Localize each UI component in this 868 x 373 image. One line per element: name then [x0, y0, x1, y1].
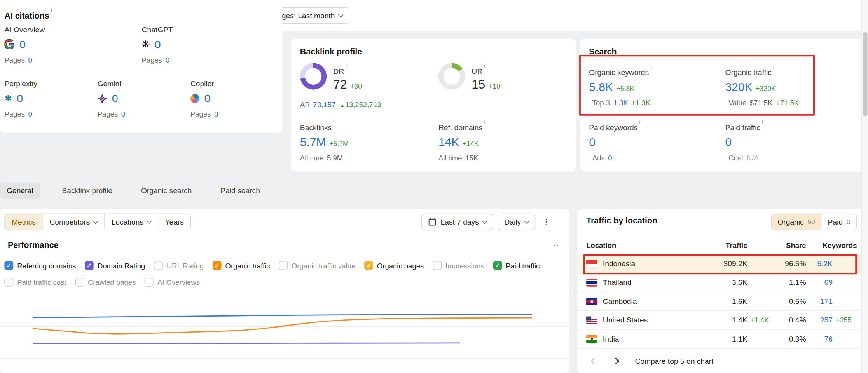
- prev-page-chevron-icon[interactable]: [591, 357, 598, 364]
- paid-keywords-value-link[interactable]: 0: [589, 135, 596, 148]
- ur-label: UR: [472, 63, 500, 75]
- performance-title: Performance: [8, 240, 59, 249]
- ar-value-link[interactable]: 73,157: [313, 101, 336, 109]
- keywords-link[interactable]: 76: [806, 335, 833, 343]
- info-icon[interactable]: [482, 65, 485, 72]
- traffic-by-location-title: Traffic by location: [586, 216, 657, 225]
- pages-label: Pages: [190, 110, 211, 118]
- traffic-value: 1.4K: [704, 316, 747, 324]
- performance-chart[interactable]: [0, 292, 569, 373]
- pages-count-link[interactable]: 0: [28, 110, 32, 118]
- alltime-label: All time: [438, 153, 462, 162]
- checkbox-organic-traffic-value[interactable]: Organic traffic value: [279, 261, 355, 270]
- section-tabs: General Backlink profile Organic search …: [0, 183, 267, 199]
- perplexity-count[interactable]: 0: [17, 92, 23, 105]
- performance-section-header: Performance: [8, 240, 558, 249]
- granularity-dropdown[interactable]: Daily: [498, 214, 535, 230]
- organic-traffic-value-link[interactable]: 320K: [725, 80, 753, 93]
- organic-paid-toggle: Organic 90 Paid 0: [771, 214, 857, 230]
- keywords-link[interactable]: 171: [806, 297, 833, 305]
- info-icon[interactable]: [772, 66, 774, 73]
- backlinks-value-link[interactable]: 5.7M: [300, 135, 326, 148]
- traffic-value: 309.2K: [704, 260, 747, 268]
- column-keywords: Keywords: [806, 241, 857, 249]
- value-label: Value: [728, 98, 746, 106]
- paid-keywords-label: Paid keywords: [589, 120, 720, 132]
- info-icon[interactable]: [649, 66, 651, 73]
- competitors-segment[interactable]: Competitors: [43, 214, 105, 230]
- pages-count-link[interactable]: 0: [214, 110, 218, 118]
- ref-domains-value-link[interactable]: 14K: [438, 135, 459, 148]
- organic-keywords-value-link[interactable]: 5.8K: [589, 80, 613, 93]
- info-icon[interactable]: [344, 65, 347, 72]
- table-row-united-states: United States 1.4K +1.4K 0.4% 257 +255: [577, 311, 863, 329]
- location-name: Thailand: [603, 278, 632, 286]
- ai-overview-count[interactable]: 0: [19, 38, 26, 51]
- checkbox-organic-pages[interactable]: Organic pages: [364, 261, 424, 270]
- next-page-chevron-icon[interactable]: [612, 357, 619, 364]
- checkbox-domain-rating[interactable]: Domain Rating: [85, 261, 145, 270]
- kebab-menu-icon[interactable]: ⋮: [540, 217, 553, 227]
- paid-traffic-value-link[interactable]: 0: [725, 135, 732, 148]
- organic-toggle-chip[interactable]: Organic 90: [772, 214, 821, 230]
- dr-donut-chart: [300, 63, 327, 89]
- backlink-profile-title: Backlink profile: [300, 47, 362, 56]
- info-icon[interactable]: [760, 122, 763, 128]
- backlinks-label: Backlinks: [300, 120, 428, 132]
- pages-count-link[interactable]: 0: [121, 110, 125, 118]
- gemini-count[interactable]: 0: [112, 92, 118, 105]
- chatgpt-count[interactable]: 0: [155, 38, 161, 51]
- date-range-label: Last 7 days: [441, 218, 479, 226]
- ahrefs-rank-row: AR73,157▲13,252,713: [300, 101, 381, 109]
- cambodia-flag-icon: [586, 297, 597, 305]
- keywords-link[interactable]: 5.2K: [806, 260, 833, 268]
- years-segment[interactable]: Years: [158, 214, 190, 230]
- chart-mode-segmented-control: Metrics Competitors Locations Years: [4, 214, 191, 230]
- top3-value-link[interactable]: 1.3K: [613, 98, 628, 106]
- info-icon[interactable]: [482, 122, 485, 128]
- info-icon[interactable]: [332, 122, 334, 128]
- compare-top5-link[interactable]: Compare top 5 on chart: [635, 357, 713, 365]
- metrics-segment[interactable]: Metrics: [5, 214, 43, 230]
- traffic-value: 3.6K: [704, 278, 747, 286]
- paid-toggle-chip[interactable]: Paid 0: [821, 214, 856, 230]
- tab-general[interactable]: General: [0, 183, 40, 199]
- tab-backlink-profile[interactable]: Backlink profile: [55, 183, 119, 199]
- checkbox-impressions[interactable]: Impressions: [433, 261, 484, 270]
- checkbox-icon: [493, 261, 502, 270]
- tab-organic-search[interactable]: Organic search: [134, 183, 199, 199]
- date-range-dropdown[interactable]: Last 7 days: [421, 214, 493, 230]
- keywords-link[interactable]: 69: [806, 278, 833, 286]
- checkbox-ai-overviews[interactable]: AI Overviews: [145, 278, 200, 287]
- copilot-count[interactable]: 0: [204, 92, 210, 105]
- pages-count-link[interactable]: 0: [28, 56, 32, 64]
- checkbox-referring-domains[interactable]: Referring domains: [4, 261, 76, 270]
- scrollbar-thumb[interactable]: [863, 32, 867, 116]
- collapse-chevron-icon[interactable]: [553, 243, 559, 248]
- ads-value-link[interactable]: 0: [608, 153, 612, 162]
- pages-label: Pages: [98, 110, 118, 118]
- backlink-profile-card: Backlink profile DR 72+60 AR73,157▲13,25…: [291, 39, 576, 172]
- location-name: Cambodia: [603, 297, 637, 305]
- paid-traffic-label: Paid traffic: [725, 120, 856, 132]
- checkbox-organic-traffic[interactable]: Organic traffic: [213, 261, 270, 270]
- checkbox-url-rating[interactable]: URL Rating: [154, 261, 204, 270]
- info-icon[interactable]: [637, 122, 640, 128]
- checkbox-icon: [145, 278, 154, 287]
- copilot-tile: Copilot 0 Pages0: [190, 80, 281, 119]
- checkbox-paid-traffic[interactable]: Paid traffic: [493, 261, 540, 270]
- checkbox-paid-traffic-cost[interactable]: Paid traffic cost: [4, 278, 66, 287]
- calendar-icon: [428, 218, 437, 227]
- keywords-link[interactable]: 257: [806, 316, 833, 324]
- pages-label: Pages: [4, 110, 25, 118]
- locations-segment[interactable]: Locations: [105, 214, 159, 230]
- location-name: Indonesia: [603, 260, 635, 268]
- gemini-tile: Gemini 0 Pages0: [98, 80, 189, 119]
- info-icon[interactable]: [49, 9, 52, 17]
- pages-count-link[interactable]: 0: [166, 56, 169, 64]
- ur-change: +10: [489, 82, 500, 90]
- vertical-scrollbar[interactable]: [861, 0, 868, 373]
- checkbox-crawled-pages[interactable]: Crawled pages: [75, 278, 136, 287]
- tab-paid-search[interactable]: Paid search: [214, 183, 267, 199]
- google-icon: [4, 39, 14, 49]
